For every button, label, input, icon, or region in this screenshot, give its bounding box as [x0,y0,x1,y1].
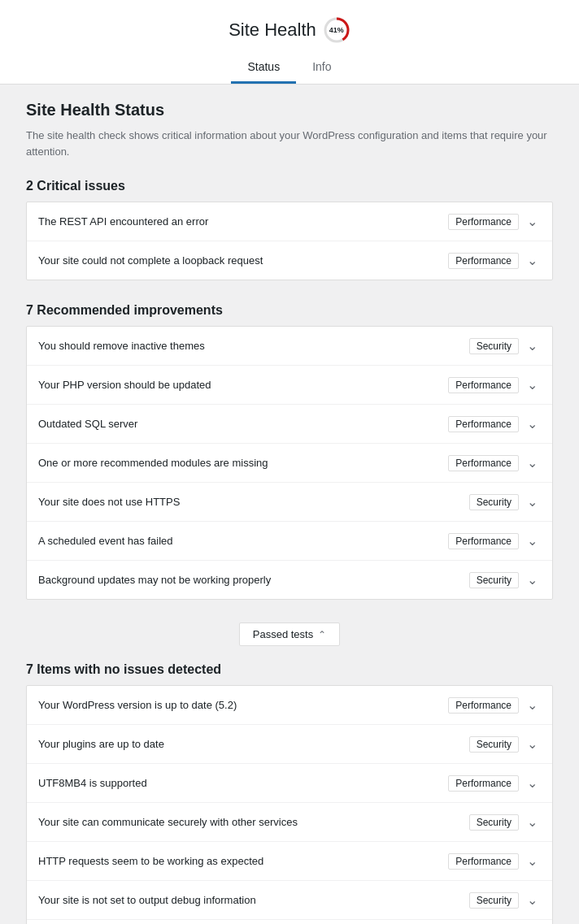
issue-badge: Performance [448,775,519,792]
issue-label: Your WordPress version is up to date (5.… [38,699,448,711]
recommended-issues-card: You should remove inactive themesSecurit… [26,326,553,600]
issue-right: Performance⌄ [448,774,541,792]
passed-items-card: Your WordPress version is up to date (5.… [26,685,553,924]
issue-badge: Security [469,736,519,753]
issue-label: You should remove inactive themes [38,340,469,352]
issue-row: Outdated SQL serverPerformance⌄ [27,405,552,444]
issue-label: UTF8MB4 is supported [38,777,448,789]
expand-button[interactable]: ⌄ [524,251,541,270]
page-title: Site Health [229,20,316,41]
critical-issues-card: The REST API encountered an errorPerform… [26,202,553,280]
issue-right: Security⌄ [469,735,541,753]
issue-row: Your site could not complete a loopback … [27,241,552,280]
expand-button[interactable]: ⌄ [524,891,541,909]
issue-badge: Performance [448,533,519,549]
passed-tests-section: Passed tests ⌃ [26,623,553,646]
expand-button[interactable]: ⌄ [524,774,541,792]
issue-badge: Security [469,338,519,354]
issue-right: Performance⌄ [448,696,541,714]
expand-button[interactable]: ⌄ [524,336,541,355]
issue-badge: Performance [448,253,519,269]
issue-badge: Performance [448,214,519,230]
issue-label: Outdated SQL server [38,418,448,430]
section-description: The site health check shows critical inf… [26,128,553,159]
issue-row: Your plugins are up to dateSecurity⌄ [27,725,552,764]
issue-right: Performance⌄ [448,375,541,394]
issue-row: Your site can communicate securely with … [27,803,552,842]
issue-badge: Security [469,572,519,588]
issue-label: The REST API encountered an error [38,215,448,228]
tab-info[interactable]: Info [296,54,347,84]
expand-button[interactable]: ⌄ [524,453,541,472]
issue-right: Performance⌄ [448,852,541,870]
issue-right: Security⌄ [469,492,541,511]
section-title: Site Health Status [26,101,553,119]
issue-row: Can communicate with WordPress.orgSecuri… [27,920,552,924]
issue-right: Security⌄ [469,570,541,589]
expand-button[interactable]: ⌄ [524,492,541,511]
expand-button[interactable]: ⌄ [524,212,541,231]
main-content: Site Health Status The site health check… [13,85,566,924]
expand-button[interactable]: ⌄ [524,735,541,753]
chevron-up-icon: ⌃ [318,629,326,640]
issue-label: Your site does not use HTTPS [38,496,469,508]
issue-label: Your site can communicate securely with … [38,816,469,828]
issue-label: Your site is not set to output debug inf… [38,894,469,906]
expand-button[interactable]: ⌄ [524,696,541,714]
issue-right: Security⌄ [469,813,541,831]
issue-badge: Performance [448,455,519,471]
issue-row: You should remove inactive themesSecurit… [27,327,552,366]
expand-button[interactable]: ⌄ [524,375,541,394]
issue-badge: Performance [448,416,519,432]
health-percent: 41% [329,26,344,34]
issue-row: Your WordPress version is up to date (5.… [27,686,552,725]
expand-button[interactable]: ⌄ [524,531,541,550]
issue-row: UTF8MB4 is supportedPerformance⌄ [27,764,552,803]
issue-right: Security⌄ [469,336,541,355]
issue-row: HTTP requests seem to be working as expe… [27,842,552,881]
issue-row: Background updates may not be working pr… [27,561,552,599]
issue-badge: Security [469,494,519,510]
issue-right: Performance⌄ [448,251,541,270]
issue-row: Your site does not use HTTPSSecurity⌄ [27,483,552,522]
page-header: Site Health 41% Status Info [0,0,579,85]
issue-label: Your site could not complete a loopback … [38,254,448,267]
tab-status[interactable]: Status [231,54,296,84]
tabs: Status Info [0,54,579,84]
issue-label: HTTP requests seem to be working as expe… [38,855,448,867]
issue-right: Security⌄ [469,891,541,909]
issue-row: One or more recommended modules are miss… [27,444,552,483]
issue-right: Performance⌄ [448,212,541,231]
issue-right: Performance⌄ [448,414,541,433]
issue-label: Your plugins are up to date [38,738,469,750]
expand-button[interactable]: ⌄ [524,852,541,870]
issue-badge: Security [469,892,519,909]
health-circle: 41% [323,16,350,44]
issue-row: Your PHP version should be updatedPerfor… [27,366,552,405]
issue-badge: Performance [448,853,519,870]
issue-badge: Security [469,814,519,831]
issue-label: One or more recommended modules are miss… [38,457,448,469]
issue-badge: Performance [448,697,519,714]
expand-button[interactable]: ⌄ [524,414,541,433]
passed-heading: 7 Items with no issues detected [26,662,553,677]
issue-right: Performance⌄ [448,531,541,550]
issue-row: The REST API encountered an errorPerform… [27,202,552,241]
issue-label: A scheduled event has failed [38,535,448,547]
issue-right: Performance⌄ [448,453,541,472]
critical-heading: 2 Critical issues [26,179,553,193]
issue-row: Your site is not set to output debug inf… [27,881,552,920]
issue-label: Background updates may not be working pr… [38,574,469,586]
issue-badge: Performance [448,377,519,393]
passed-tests-label: Passed tests [253,628,313,640]
issue-label: Your PHP version should be updated [38,379,448,391]
expand-button[interactable]: ⌄ [524,570,541,589]
issue-row: A scheduled event has failedPerformance⌄ [27,522,552,561]
expand-button[interactable]: ⌄ [524,813,541,831]
recommended-heading: 7 Recommended improvements [26,303,553,318]
passed-tests-button[interactable]: Passed tests ⌃ [239,623,340,646]
